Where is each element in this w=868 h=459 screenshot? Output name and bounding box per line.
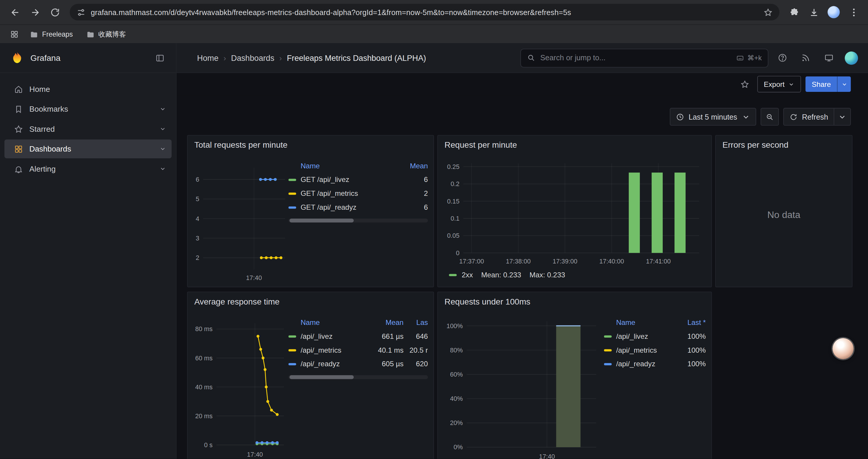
- forward-icon[interactable]: [25, 3, 44, 22]
- refresh-icon[interactable]: [45, 3, 64, 22]
- legend-inline[interactable]: 2xx Mean: 0.233 Max: 0.233: [449, 270, 565, 279]
- avatar-image: [828, 6, 840, 18]
- legend-header-cell[interactable]: Name: [604, 318, 674, 326]
- url-text[interactable]: grafana.mathmast.com/d/deytv4rwavabkb/fr…: [91, 8, 758, 16]
- legend-row[interactable]: GET /api/_metrics2: [288, 186, 428, 200]
- series-value: 20.5 r: [404, 346, 428, 354]
- series-value: 2: [398, 189, 428, 198]
- scrollbar-thumb[interactable]: [289, 375, 354, 379]
- series-name: GET /api/_livez: [301, 175, 349, 184]
- share-button[interactable]: Share: [806, 76, 851, 92]
- sidebar-item-dashboards[interactable]: Dashboards: [4, 139, 172, 158]
- sidebar-item-starred[interactable]: Starred: [4, 120, 172, 138]
- legend-row[interactable]: /api/_readyz605 µs620: [288, 357, 428, 371]
- svg-text:2: 2: [196, 254, 199, 261]
- svg-text:0.2: 0.2: [451, 181, 459, 188]
- svg-text:0 s: 0 s: [204, 441, 213, 449]
- home-icon: [14, 85, 23, 94]
- panel-title[interactable]: Request per minute: [445, 140, 517, 150]
- legend-header-cell[interactable]: Last *: [674, 318, 706, 326]
- legend-row[interactable]: /api/_metrics100%: [604, 343, 706, 357]
- svg-text:4: 4: [196, 215, 199, 222]
- series-value: 100%: [674, 332, 706, 340]
- panel-average-response-time: Average response time 80 ms60 ms40 ms20 …: [187, 292, 434, 459]
- favorite-star-icon[interactable]: [737, 76, 752, 92]
- bookmark-star-icon[interactable]: [764, 7, 773, 17]
- breadcrumb-separator: ›: [279, 54, 282, 62]
- panel-title[interactable]: Total requests per minute: [194, 140, 288, 150]
- sidebar-item-bookmarks[interactable]: Bookmarks: [4, 100, 172, 119]
- time-range-picker[interactable]: Last 5 minutes: [670, 108, 756, 126]
- series-value: 661 µs: [367, 332, 404, 340]
- sidebar-header: Grafana: [0, 43, 176, 73]
- time-controls: Last 5 minutes Refresh: [670, 108, 851, 126]
- refresh-button[interactable]: Refresh: [784, 108, 834, 125]
- share-dropdown-icon[interactable]: [837, 76, 851, 92]
- zoom-out-icon[interactable]: [761, 108, 779, 126]
- kiosk-monitor-icon[interactable]: [819, 49, 838, 67]
- downloads-icon[interactable]: [805, 3, 823, 21]
- legend-row[interactable]: GET /api/_readyz6: [288, 200, 428, 214]
- refresh-interval-dropdown[interactable]: [834, 108, 850, 125]
- legend-header-cell[interactable]: Name: [288, 318, 367, 326]
- help-icon[interactable]: [773, 49, 792, 67]
- legend-header-cell[interactable]: Las: [404, 318, 428, 326]
- legend-header-cell[interactable]: Mean: [367, 318, 404, 326]
- series-mark: [604, 363, 612, 365]
- breadcrumb-item[interactable]: Dashboards: [231, 54, 274, 62]
- user-avatar[interactable]: [845, 51, 858, 64]
- url-bar[interactable]: grafana.mathmast.com/d/deytv4rwavabkb/fr…: [70, 4, 779, 21]
- site-settings-icon[interactable]: [76, 7, 86, 17]
- apps-grid-icon[interactable]: [6, 27, 22, 42]
- grafana-logo[interactable]: [10, 51, 25, 65]
- bookmark-item[interactable]: 收藏博客: [82, 27, 131, 42]
- svg-text:17:39:00: 17:39:00: [553, 258, 577, 265]
- series-mean: Mean: 0.233: [481, 270, 521, 279]
- series-value: 100%: [674, 360, 706, 368]
- floating-assistant-avatar[interactable]: [833, 338, 854, 359]
- dock-sidebar-icon[interactable]: [152, 50, 168, 66]
- series-name: /api/_readyz: [616, 360, 655, 368]
- legend-table: NameLast */api/_livez100%/api/_metrics10…: [604, 316, 706, 371]
- profile-avatar[interactable]: [825, 3, 843, 21]
- svg-text:80 ms: 80 ms: [195, 326, 213, 333]
- svg-text:0%: 0%: [454, 444, 463, 451]
- series-mark: [288, 349, 296, 351]
- legend-row[interactable]: GET /api/_livez6: [288, 173, 428, 187]
- apps-icon: [14, 144, 23, 154]
- chevron-down-icon: [159, 145, 166, 152]
- series-mark: [288, 363, 296, 365]
- panel-title[interactable]: Average response time: [194, 297, 280, 306]
- bookmark-item[interactable]: Freeleaps: [25, 27, 77, 42]
- svg-text:5: 5: [196, 196, 199, 203]
- series-mark: [288, 206, 296, 208]
- sidebar-item-alerting[interactable]: Alerting: [4, 160, 172, 178]
- legend-row[interactable]: /api/_livez100%: [604, 329, 706, 343]
- folder-icon: [30, 30, 38, 38]
- brand-title: Grafana: [30, 53, 152, 63]
- legend-row[interactable]: /api/_livez661 µs646: [288, 329, 428, 343]
- svg-text:60%: 60%: [450, 371, 463, 378]
- panel-title[interactable]: Requests under 100ms: [445, 297, 531, 306]
- breadcrumb-item[interactable]: Home: [197, 54, 218, 62]
- sidebar-item-home[interactable]: Home: [4, 80, 172, 99]
- news-rss-icon[interactable]: [796, 49, 815, 67]
- scrollbar-thumb[interactable]: [289, 219, 354, 222]
- legend-row[interactable]: /api/_readyz100%: [604, 357, 706, 371]
- refresh-picker: Refresh: [783, 108, 851, 126]
- legend-header-cell[interactable]: Name: [288, 162, 398, 170]
- export-button[interactable]: Export: [757, 76, 801, 93]
- back-icon[interactable]: [6, 3, 25, 22]
- grafana-app: Grafana HomeBookmarksStarredDashboardsAl…: [0, 43, 868, 459]
- extensions-icon[interactable]: [785, 3, 803, 21]
- legend-row[interactable]: /api/_metrics40.1 ms20.5 r: [288, 343, 428, 357]
- legend-scrollbar: [288, 219, 428, 222]
- grafana-header: Home›Dashboards›Freeleaps Metrics Dashbo…: [177, 43, 868, 73]
- browser-menu-icon[interactable]: [845, 3, 862, 21]
- svg-text:40%: 40%: [450, 395, 463, 402]
- timeseries-chart: 6543217:40: [191, 160, 288, 283]
- chevron-down-icon: [159, 165, 166, 172]
- search-input[interactable]: Search or jump to... ⌘+k: [520, 48, 768, 67]
- legend-header-cell[interactable]: Mean: [398, 162, 428, 170]
- series-mark: [288, 335, 296, 337]
